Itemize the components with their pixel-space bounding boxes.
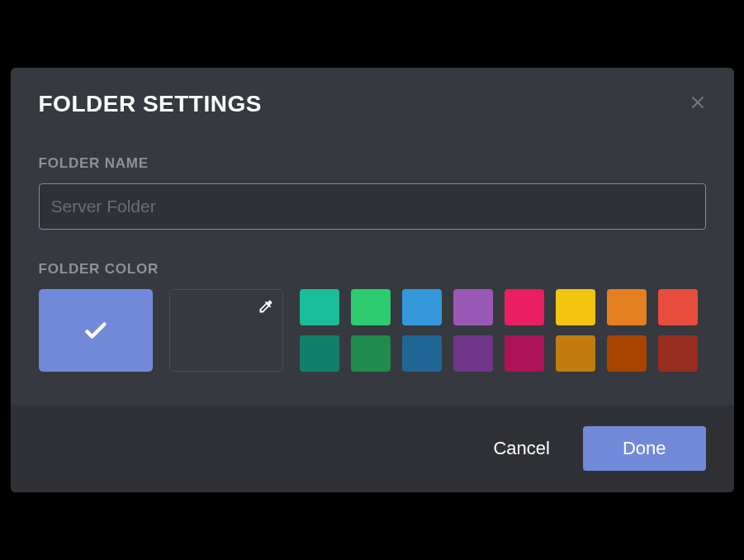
folder-name-input[interactable] bbox=[39, 183, 706, 230]
folder-settings-modal: Folder Settings Folder Name Folder Color bbox=[11, 68, 734, 492]
color-swatch[interactable] bbox=[658, 335, 698, 372]
color-swatch[interactable] bbox=[453, 289, 493, 325]
color-swatch-grid bbox=[300, 289, 706, 372]
color-section bbox=[39, 289, 706, 372]
folder-color-label: Folder Color bbox=[39, 261, 706, 278]
color-swatch[interactable] bbox=[351, 335, 391, 372]
color-swatch[interactable] bbox=[300, 335, 339, 372]
modal-title: Folder Settings bbox=[39, 91, 706, 117]
custom-color-tile[interactable] bbox=[169, 289, 283, 372]
modal-body: Folder Settings Folder Name Folder Color bbox=[11, 68, 734, 405]
color-swatch[interactable] bbox=[300, 289, 339, 325]
color-swatch[interactable] bbox=[402, 289, 442, 325]
eyedropper-icon bbox=[258, 298, 274, 315]
close-icon bbox=[689, 93, 707, 112]
close-button[interactable] bbox=[686, 91, 709, 114]
color-swatch[interactable] bbox=[607, 335, 647, 372]
color-swatch[interactable] bbox=[556, 335, 595, 372]
folder-name-label: Folder Name bbox=[39, 155, 706, 172]
modal-footer: Cancel Done bbox=[11, 405, 734, 492]
color-swatch[interactable] bbox=[505, 289, 544, 325]
default-color-tile[interactable] bbox=[39, 289, 153, 372]
color-swatch[interactable] bbox=[453, 335, 493, 372]
color-swatch[interactable] bbox=[402, 335, 442, 372]
cancel-button[interactable]: Cancel bbox=[488, 431, 554, 466]
done-button[interactable]: Done bbox=[583, 426, 706, 471]
check-icon bbox=[81, 316, 111, 345]
color-swatch[interactable] bbox=[351, 289, 391, 325]
color-swatch[interactable] bbox=[607, 289, 647, 325]
color-swatch[interactable] bbox=[658, 289, 698, 325]
color-swatch[interactable] bbox=[556, 289, 595, 325]
color-swatch[interactable] bbox=[505, 335, 544, 372]
